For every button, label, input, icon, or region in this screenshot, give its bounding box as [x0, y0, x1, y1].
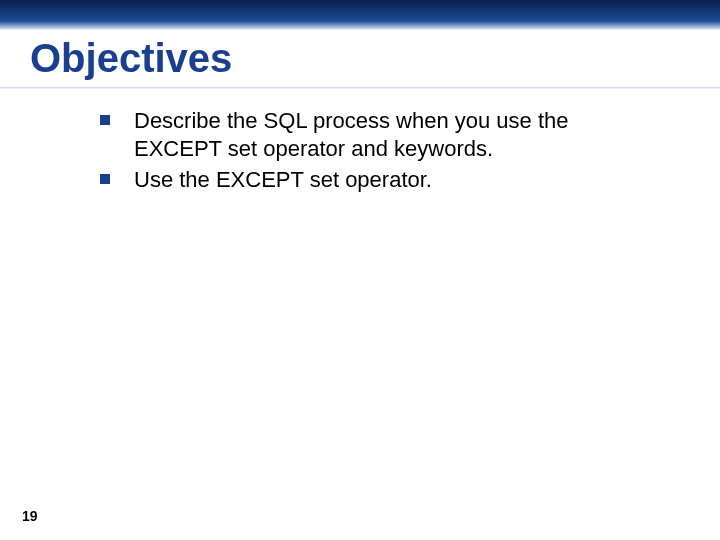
content-area: Describe the SQL process when you use th…: [0, 89, 720, 194]
list-item: Describe the SQL process when you use th…: [100, 107, 690, 162]
slide-title: Objectives: [0, 30, 720, 85]
page-number: 19: [22, 508, 38, 524]
top-banner: [0, 0, 720, 30]
bullet-text: Use the EXCEPT set operator.: [134, 166, 432, 194]
slide: Objectives Describe the SQL process when…: [0, 0, 720, 540]
square-bullet-icon: [100, 174, 110, 184]
list-item: Use the EXCEPT set operator.: [100, 166, 690, 194]
square-bullet-icon: [100, 115, 110, 125]
bullet-text: Describe the SQL process when you use th…: [134, 107, 634, 162]
